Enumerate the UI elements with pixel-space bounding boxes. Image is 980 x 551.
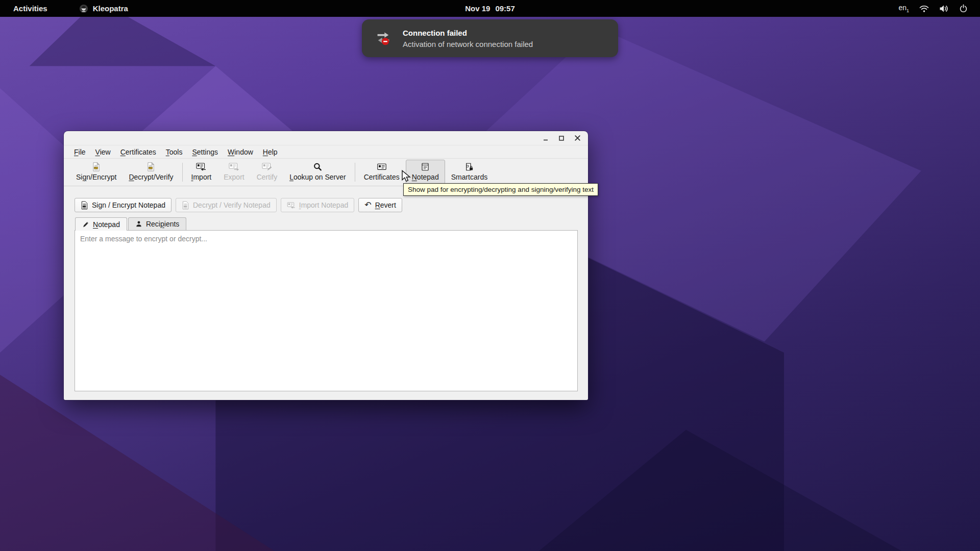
keyboard-layout-indicator[interactable]: en1: [898, 4, 909, 13]
toolbar-separator: [355, 163, 355, 182]
id-card-import-icon: [287, 202, 296, 209]
decrypt-verify-notepad-button[interactable]: Decrypt / Verify Notepad: [176, 198, 277, 212]
menu-view[interactable]: View: [93, 146, 113, 158]
pencil-icon: [82, 221, 89, 228]
undo-arrow-icon: ↶: [364, 201, 371, 209]
toolbar-sign-encrypt[interactable]: Sign/Encrypt: [70, 160, 122, 185]
document-signature-icon: [145, 162, 157, 171]
import-notepad-button[interactable]: Import Notepad: [281, 198, 355, 212]
minimize-icon: [543, 135, 549, 141]
button-label: Sign / Encrypt Notepad: [92, 201, 165, 209]
toolbar-certify[interactable]: Certify: [251, 160, 283, 185]
clock-date: Nov 19: [465, 4, 490, 13]
document-signature-icon: [81, 201, 88, 210]
toolbar-import[interactable]: Import: [185, 160, 218, 185]
activities-button[interactable]: Activities: [13, 4, 47, 13]
toolbar-smartcards[interactable]: Smartcards: [445, 160, 494, 185]
wifi-icon[interactable]: [919, 5, 929, 13]
button-label: Import Notepad: [299, 201, 349, 209]
mouse-cursor: [401, 170, 412, 182]
tab-label: Notepad: [93, 220, 120, 229]
system-status-area[interactable]: en1: [898, 0, 980, 17]
notepad-pane: [75, 230, 578, 391]
id-card-export-icon: [227, 162, 240, 171]
toolbar-label: Notepad: [412, 173, 439, 181]
toolbar-label: Decrypt/Verify: [129, 173, 173, 181]
toolbar-export[interactable]: Export: [217, 160, 250, 185]
toolbar-label: Certify: [257, 173, 277, 181]
maximize-icon: [558, 135, 565, 141]
maximize-button[interactable]: [556, 133, 567, 144]
button-label: Revert: [375, 201, 396, 209]
clock[interactable]: Nov 19 09:57: [465, 4, 515, 13]
tab-notepad[interactable]: Notepad: [75, 217, 127, 231]
app-name-label: Kleopatra: [93, 4, 128, 13]
notepad-tabbar: Notepad Recipients: [75, 217, 578, 230]
magnifier-icon: [311, 162, 324, 171]
document-signature-icon: [182, 201, 189, 210]
toolbar-separator: [182, 163, 183, 182]
close-icon: [574, 135, 581, 141]
notepad-view: Sign / Encrypt Notepad Decrypt / Verify …: [64, 186, 588, 400]
tab-recipients[interactable]: Recipients: [128, 217, 186, 230]
id-card-icon: [375, 162, 388, 171]
clock-time: 09:57: [495, 4, 514, 13]
menu-help[interactable]: Help: [260, 146, 280, 158]
notepad-actions: Sign / Encrypt Notepad Decrypt / Verify …: [75, 198, 578, 212]
menu-file[interactable]: File: [71, 146, 88, 158]
window-titlebar[interactable]: [64, 131, 588, 145]
toolbar-certificates[interactable]: Certificates: [358, 160, 406, 185]
toolbar-label: Export: [224, 173, 244, 181]
menu-bar: File View Certificates Tools Settings Wi…: [64, 145, 588, 159]
notepad-icon: [419, 162, 431, 171]
focused-app-menu[interactable]: Kleopatra: [79, 4, 128, 13]
notepad-text-input[interactable]: [75, 230, 578, 391]
power-icon[interactable]: [959, 4, 968, 13]
close-button[interactable]: [572, 133, 583, 144]
toolbar-decrypt-verify[interactable]: Decrypt/Verify: [122, 160, 179, 185]
minimize-button[interactable]: [540, 133, 551, 144]
network-connection-failed-icon: [375, 30, 391, 46]
notepad-tooltip: Show pad for encrypting/decrypting and s…: [403, 183, 598, 196]
revert-button[interactable]: ↶ Revert: [358, 198, 402, 212]
volume-icon[interactable]: [939, 5, 949, 13]
menu-window[interactable]: Window: [225, 146, 256, 158]
notification-body: Activation of network connection failed: [403, 40, 533, 48]
id-card-import-icon: [194, 162, 208, 171]
sign-encrypt-notepad-button[interactable]: Sign / Encrypt Notepad: [75, 198, 172, 212]
smartcard-icon: [463, 162, 475, 171]
toolbar-lookup-on-server[interactable]: Lookup on Server: [283, 160, 352, 185]
main-toolbar: Sign/Encrypt Decrypt/Verify Import: [64, 159, 588, 186]
tab-label: Recipients: [146, 220, 179, 228]
document-signature-icon: [90, 162, 102, 171]
menu-settings[interactable]: Settings: [189, 146, 220, 158]
notification-title: Connection failed: [403, 29, 533, 37]
toolbar-label: Lookup on Server: [289, 173, 346, 181]
button-label: Decrypt / Verify Notepad: [193, 201, 271, 209]
person-icon: [135, 220, 142, 228]
top-bar: Activities Kleopatra Nov 19 09:57 en1: [0, 0, 980, 17]
kleopatra-window: File View Certificates Tools Settings Wi…: [64, 131, 588, 400]
menu-certificates[interactable]: Certificates: [118, 146, 159, 158]
kleopatra-app-icon: [79, 4, 88, 13]
toolbar-label: Sign/Encrypt: [76, 173, 116, 181]
id-card-certify-icon: [260, 162, 274, 171]
toolbar-label: Certificates: [364, 173, 400, 181]
toolbar-label: Smartcards: [451, 173, 488, 181]
toolbar-label: Import: [191, 173, 212, 181]
notification-toast[interactable]: Connection failed Activation of network …: [362, 19, 618, 57]
menu-tools[interactable]: Tools: [163, 146, 185, 158]
